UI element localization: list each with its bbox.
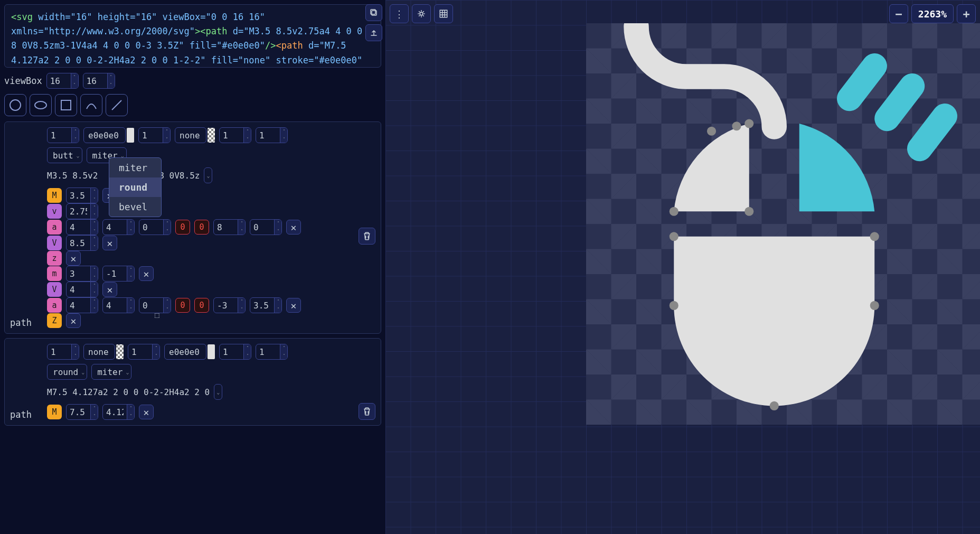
step-up-icon[interactable]: ˄: [71, 73, 78, 81]
command-row: V˄˅✕: [47, 235, 375, 251]
command-arg-input[interactable]: ˄˅: [250, 297, 282, 313]
command-chip[interactable]: a: [47, 220, 62, 235]
path-editor-scroll[interactable]: path ˄˅ ˄˅ ˄˅ ˄˅ butt⌄ miter⌄ M3.5 8.5v2: [4, 121, 381, 530]
dropdown-option-round[interactable]: round: [109, 177, 161, 197]
grid-button[interactable]: [434, 4, 453, 23]
fill-color-input[interactable]: [83, 127, 126, 143]
arc-flag-button[interactable]: 0: [194, 220, 209, 235]
command-chip[interactable]: V: [47, 236, 62, 250]
expand-d-button[interactable]: ⌄: [214, 384, 222, 400]
svg-point-11: [770, 401, 779, 410]
command-arg-input[interactable]: ˄˅: [66, 266, 98, 282]
step-up-icon[interactable]: ˄: [108, 73, 115, 81]
delete-command-button[interactable]: ✕: [139, 266, 154, 281]
command-arg-input[interactable]: ˄˅: [66, 282, 98, 297]
ellipse-tool[interactable]: [30, 94, 52, 116]
viewbox-width-input[interactable]: ˄˅: [46, 73, 79, 89]
delete-command-button[interactable]: ✕: [102, 236, 117, 250]
stroke-swatch[interactable]: [208, 344, 215, 359]
chevron-down-icon: ⌄: [206, 173, 210, 179]
delete-command-button[interactable]: ✕: [139, 405, 154, 419]
fill-opacity-input[interactable]: ˄˅: [138, 127, 171, 143]
stroke-color-input[interactable]: [175, 127, 206, 143]
command-chip[interactable]: v: [47, 204, 62, 219]
linejoin-select[interactable]: miter⌄: [91, 364, 131, 380]
viewbox-height-input[interactable]: ˄˅: [83, 73, 115, 89]
command-chip[interactable]: Z: [47, 313, 62, 328]
stroke-opacity-input[interactable]: ˄˅: [256, 127, 288, 143]
stroke-opacity-input[interactable]: ˄˅: [256, 344, 288, 360]
canvas-area[interactable]: [385, 0, 980, 534]
command-chip[interactable]: M: [47, 188, 62, 203]
opacity-input[interactable]: ˄˅: [47, 344, 79, 360]
expand-d-button[interactable]: ⌄: [204, 167, 212, 183]
step-down-icon[interactable]: ˅: [108, 81, 115, 89]
command-arg-input[interactable]: ˄˅: [213, 219, 246, 235]
command-arg-input[interactable]: ˄˅: [102, 219, 135, 235]
delete-command-button[interactable]: ✕: [66, 251, 81, 266]
more-button[interactable]: ⋮: [390, 4, 409, 23]
arc-flag-button[interactable]: 0: [175, 298, 190, 313]
delete-command-button[interactable]: ✕: [66, 313, 81, 328]
copy-button[interactable]: [365, 4, 382, 21]
arc-flag-button[interactable]: 0: [194, 298, 209, 313]
command-arg-input[interactable]: ˄˅: [139, 219, 171, 235]
fill-swatch[interactable]: [127, 128, 134, 143]
viewbox-width-field[interactable]: [47, 76, 71, 86]
zoom-in-button[interactable]: +: [957, 4, 976, 23]
path2-attr-row-2: round⌄ miter⌄: [47, 364, 375, 380]
command-arg-input[interactable]: ˄˅: [66, 297, 98, 313]
linecap-select[interactable]: butt⌄: [47, 147, 82, 163]
command-arg-input[interactable]: ˄˅: [66, 188, 98, 203]
linejoin-dropdown[interactable]: miter round bevel: [109, 157, 162, 217]
viewbox-label: viewBox: [4, 76, 42, 86]
opacity-input[interactable]: ˄˅: [47, 127, 79, 143]
zoom-out-button[interactable]: −: [889, 4, 908, 23]
viewbox-height-field[interactable]: [83, 76, 107, 86]
command-chip[interactable]: m: [47, 266, 62, 281]
command-arg-input[interactable]: ˄˅: [250, 219, 282, 235]
stroke-width-input[interactable]: ˄˅: [219, 344, 251, 360]
linecap-select[interactable]: round⌄: [47, 364, 87, 380]
svg-preview[interactable]: [586, 23, 980, 425]
grid-icon: [439, 9, 448, 18]
stroke-swatch[interactable]: [208, 128, 215, 143]
stroke-color-input[interactable]: [164, 344, 206, 360]
dropdown-option-bevel[interactable]: bevel: [109, 197, 161, 217]
path1-d-summary: M3.5 8.5v2 8 0V8.5z ⌄: [47, 167, 375, 183]
command-arg-input[interactable]: ˄˅: [66, 203, 98, 219]
command-arg-input[interactable]: ˄˅: [102, 404, 135, 420]
command-chip[interactable]: V: [47, 282, 62, 297]
command-row: v˄˅: [47, 203, 375, 219]
settings-button[interactable]: [412, 4, 431, 23]
line-tool[interactable]: [106, 94, 128, 116]
command-chip[interactable]: a: [47, 298, 62, 313]
arc-flag-button[interactable]: 0: [175, 220, 190, 235]
chevron-down-icon: ⌄: [81, 369, 84, 375]
command-arg-input[interactable]: ˄˅: [66, 219, 98, 235]
command-arg-input[interactable]: ˄˅: [66, 404, 98, 420]
step-down-icon[interactable]: ˅: [71, 81, 78, 89]
command-arg-input[interactable]: ˄˅: [102, 266, 135, 282]
chevron-down-icon: ⌄: [216, 389, 220, 395]
svg-source-code[interactable]: <svg width="16" height="16" viewBox="0 0…: [4, 4, 381, 68]
command-arg-input[interactable]: ˄˅: [66, 235, 98, 251]
fill-swatch[interactable]: [116, 344, 124, 359]
upload-button[interactable]: [365, 24, 382, 41]
command-chip[interactable]: z: [47, 251, 62, 266]
fill-opacity-input[interactable]: ˄˅: [128, 344, 160, 360]
delete-command-button[interactable]: ✕: [102, 282, 117, 297]
delete-path-button[interactable]: [359, 403, 375, 420]
stroke-width-input[interactable]: ˄˅: [219, 127, 251, 143]
path-tool[interactable]: [80, 94, 102, 116]
dropdown-option-miter[interactable]: miter: [109, 158, 161, 177]
rect-tool[interactable]: [55, 94, 77, 116]
command-arg-input[interactable]: ˄˅: [213, 297, 246, 313]
delete-command-button[interactable]: ✕: [286, 220, 301, 235]
circle-tool[interactable]: [4, 94, 26, 116]
command-chip[interactable]: M: [47, 405, 62, 419]
fill-color-input[interactable]: [83, 344, 115, 360]
delete-path-button[interactable]: [359, 228, 375, 245]
command-arg-input[interactable]: ˄˅: [102, 297, 135, 313]
delete-command-button[interactable]: ✕: [286, 298, 301, 313]
